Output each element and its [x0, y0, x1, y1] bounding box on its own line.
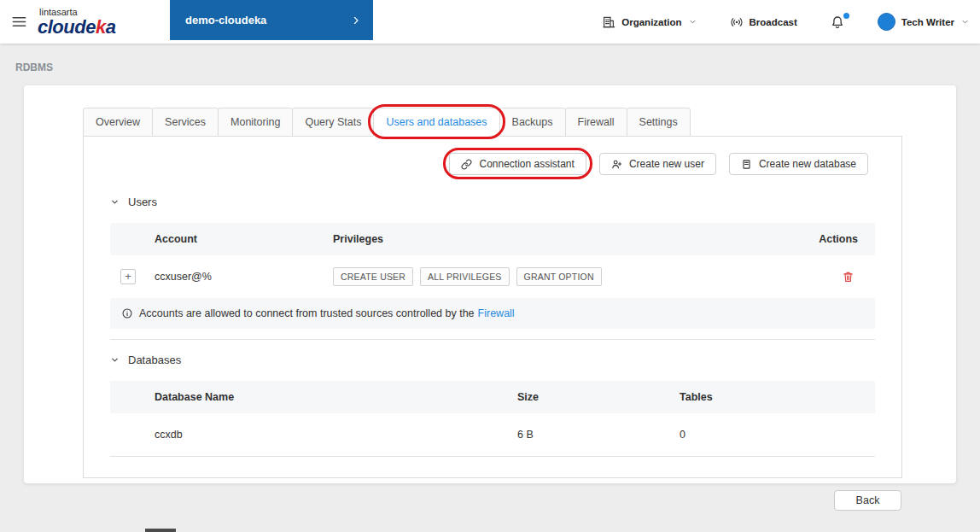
firewall-note: Accounts are allowed to connect from tru… [110, 298, 875, 329]
database-size: 6 B [517, 429, 680, 441]
column-size: Size [517, 391, 680, 403]
note-text: Accounts are allowed to connect from tru… [139, 307, 515, 319]
chevron-down-icon [110, 355, 120, 365]
notifications-bell[interactable] [830, 15, 845, 30]
chevron-right-icon [351, 15, 361, 26]
notification-dot [843, 13, 849, 19]
project-name: demo-cloudeka [185, 14, 266, 26]
column-account: Account [155, 233, 333, 245]
broadcast-icon [730, 15, 744, 29]
databases-section-toggle[interactable]: Databases [110, 354, 875, 366]
user-account: ccxuser@% [155, 271, 333, 283]
link-icon [461, 159, 472, 170]
hamburger-menu-icon[interactable] [0, 0, 38, 44]
column-actions: Actions [807, 233, 875, 245]
project-selector[interactable]: demo-cloudeka [170, 0, 373, 40]
user-name: Tech Writer [901, 17, 954, 27]
users-table: Account Privileges Actions + ccxuser@% C… [110, 223, 875, 329]
panel-toolbar: Connection assistant Create new user Cre… [110, 153, 875, 175]
create-new-user-button[interactable]: Create new user [599, 153, 716, 175]
tab-settings[interactable]: Settings [627, 108, 691, 137]
scrollbar-thumb[interactable] [145, 529, 176, 532]
privilege-chip: GRANT OPTION [516, 267, 602, 286]
organization-label: Organization [621, 17, 681, 27]
delete-user-icon[interactable] [842, 270, 855, 284]
databases-table: Database Name Size Tables ccxdb 6 B 0 [110, 381, 875, 457]
privilege-chip: ALL PRIVILEGES [420, 267, 509, 286]
user-table-row: + ccxuser@% CREATE USER ALL PRIVILEGES G… [110, 255, 875, 298]
databases-section-title: Databases [128, 354, 181, 366]
broadcast-label: Broadcast [750, 17, 797, 27]
info-icon [121, 307, 133, 319]
database-name: ccxdb [110, 429, 517, 441]
column-tables: Tables [680, 391, 875, 403]
firewall-link[interactable]: Firewall [478, 307, 515, 319]
broadcast-menu[interactable]: Broadcast [730, 15, 797, 29]
tab-monitoring[interactable]: Monitoring [218, 108, 293, 137]
users-section-title: Users [128, 196, 157, 208]
expand-row-button[interactable]: + [120, 269, 136, 284]
chevron-down-icon [110, 197, 120, 207]
database-tables: 0 [680, 429, 875, 441]
user-plus-icon [611, 159, 622, 170]
users-and-databases-panel: Connection assistant Create new user Cre… [83, 136, 902, 478]
tab-services[interactable]: Services [152, 108, 219, 137]
footer-actions: Back [0, 490, 901, 511]
column-database-name: Database Name [110, 391, 517, 403]
database-table-row: ccxdb 6 B 0 [110, 413, 875, 456]
tab-bar: Overview Services Monitoring Query Stats… [83, 108, 902, 137]
organization-building-icon [602, 15, 615, 29]
back-button[interactable]: Back [834, 490, 901, 511]
breadcrumb: RDBMS [0, 44, 980, 73]
column-privileges: Privileges [333, 233, 807, 245]
tab-backups[interactable]: Backups [499, 108, 566, 137]
user-menu[interactable]: Tech Writer [878, 13, 970, 31]
topbar: lintasarta cloudeka demo-cloudeka Organi… [0, 0, 980, 44]
brand-logo: lintasarta cloudeka [38, 8, 170, 37]
create-new-database-button[interactable]: Create new database [729, 153, 868, 175]
section-divider [110, 339, 875, 340]
users-section-toggle[interactable]: Users [110, 196, 875, 208]
users-table-header: Account Privileges Actions [110, 223, 875, 255]
tab-firewall[interactable]: Firewall [565, 108, 627, 137]
rdbms-card: Overview Services Monitoring Query Stats… [24, 85, 956, 483]
privilege-chips: CREATE USER ALL PRIVILEGES GRANT OPTION [333, 267, 807, 286]
database-icon [741, 159, 752, 170]
brand-wordmark: cloudeka [38, 16, 115, 38]
organization-menu[interactable]: Organization [602, 15, 697, 29]
tab-overview[interactable]: Overview [83, 108, 153, 137]
privilege-chip: CREATE USER [333, 267, 413, 286]
connection-assistant-button[interactable]: Connection assistant [449, 153, 586, 175]
chevron-down-icon [688, 17, 697, 26]
chevron-down-icon [960, 17, 970, 26]
tab-users-and-databases[interactable]: Users and databases [373, 108, 499, 137]
databases-table-header: Database Name Size Tables [110, 381, 875, 413]
avatar [878, 13, 895, 31]
tab-query-stats[interactable]: Query Stats [292, 108, 374, 137]
